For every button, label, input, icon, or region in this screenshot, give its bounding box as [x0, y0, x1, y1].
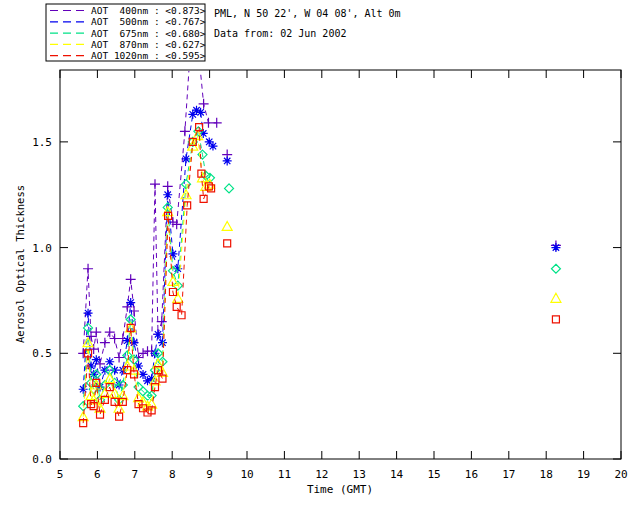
series-line — [83, 131, 210, 406]
x-tick-label: 10 — [240, 468, 253, 481]
x-tick-label: 11 — [278, 468, 291, 481]
y-tick-label: 0.0 — [32, 453, 52, 466]
x-tick-label: 7 — [131, 468, 138, 481]
legend-label: AOT 400nm : <0.873> — [91, 5, 206, 16]
axes: 5678910111213141516171819200.00.51.01.5 — [32, 70, 628, 481]
x-tick-label: 15 — [427, 468, 440, 481]
y-tick-label: 1.5 — [32, 136, 52, 149]
x-tick-label: 17 — [502, 468, 515, 481]
legend-label: AOT 1020nm : <0.595> — [91, 50, 206, 61]
data-point-markers — [79, 106, 561, 394]
y-axis-title: Aerosol Optical Thickness — [14, 185, 26, 343]
x-tick-label: 6 — [94, 468, 101, 481]
plot-area — [78, 33, 561, 426]
date-header: Data from: 02 Jun 2002 — [214, 28, 346, 39]
series-675nm — [79, 127, 561, 411]
plot-frame — [60, 70, 621, 459]
series-500nm — [79, 106, 561, 394]
data-point-markers — [79, 127, 561, 411]
y-tick-label: 1.0 — [32, 242, 52, 255]
x-tick-label: 5 — [57, 468, 64, 481]
x-tick-label: 9 — [206, 468, 213, 481]
aot-plot-window: AOT 400nm : <0.873>AOT 500nm : <0.767>AO… — [0, 0, 640, 512]
x-tick-label: 18 — [540, 468, 553, 481]
chart-legend: AOT 400nm : <0.873>AOT 500nm : <0.767>AO… — [46, 4, 206, 61]
legend-label: AOT 500nm : <0.767> — [91, 16, 206, 27]
x-axis-title: Time (GMT) — [307, 483, 373, 496]
legend-label: AOT 675nm : <0.680> — [91, 28, 206, 39]
x-tick-label: 8 — [169, 468, 176, 481]
x-tick-label: 19 — [577, 468, 590, 481]
x-tick-label: 16 — [465, 468, 478, 481]
x-tick-label: 20 — [614, 468, 627, 481]
series-400nm — [78, 33, 561, 369]
y-tick-label: 0.5 — [32, 347, 52, 360]
x-tick-label: 13 — [353, 468, 366, 481]
station-header: PML, N 50 22', W 04 08', Alt 0m — [214, 8, 401, 19]
aot-chart: AOT 400nm : <0.873>AOT 500nm : <0.767>AO… — [0, 0, 640, 512]
series-line — [83, 38, 217, 364]
legend-label: AOT 870nm : <0.627> — [91, 39, 206, 50]
x-tick-label: 14 — [390, 468, 404, 481]
x-tick-label: 12 — [315, 468, 328, 481]
data-point-markers — [78, 33, 561, 369]
series-layer — [78, 33, 561, 426]
